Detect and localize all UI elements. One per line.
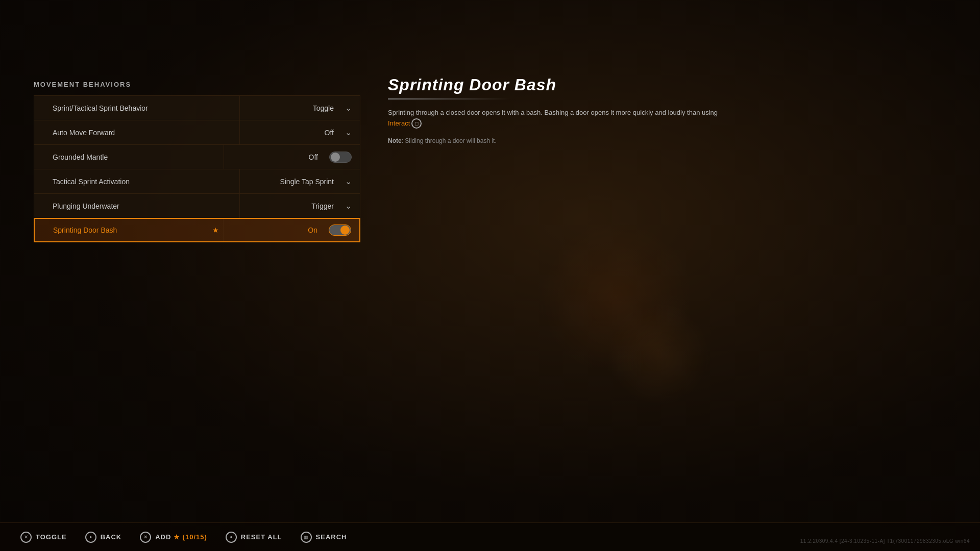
row-right-sprinting-door-bash: On <box>223 219 359 241</box>
description-text-before-link: Sprinting through a closed door opens it… <box>388 109 718 116</box>
x-icon: ✕ <box>20 532 32 543</box>
row-left: Plunging Underwater <box>34 202 239 210</box>
search-btn-label: SEARCH <box>316 533 347 541</box>
detail-note: Note: Sliding through a door will bash i… <box>388 137 725 144</box>
reset-all-btn-label: RESET ALL <box>241 533 282 541</box>
section-title: MOVEMENT BEHAVIORS <box>34 81 360 88</box>
interact-button-icon: ◻ <box>411 118 422 129</box>
bg-spot-2 <box>607 303 709 405</box>
back-btn-label: BACK <box>101 533 122 541</box>
chevron-down-icon: ⌄ <box>345 103 352 113</box>
row-value-sprinting-door-bash: On <box>232 226 324 234</box>
reset-all-button[interactable]: ● RESET ALL <box>226 532 282 543</box>
detail-description: Sprinting through a closed door opens it… <box>388 108 725 129</box>
row-right-auto-move: Off ⌄ <box>239 120 360 144</box>
settings-row-grounded-mantle[interactable]: Grounded Mantle Off <box>34 144 360 169</box>
detail-title: Sprinting Door Bash <box>388 76 725 94</box>
toggle-sprinting-door-bash[interactable] <box>329 224 351 236</box>
row-label-plunging-underwater: Plunging Underwater <box>43 202 239 210</box>
row-value-grounded-mantle: Off <box>232 153 324 161</box>
add-button[interactable]: ✕ ADD ★ (10/15) <box>140 532 207 543</box>
toggle-btn-label: TOGGLE <box>36 533 67 541</box>
bottom-bar: ✕ TOGGLE ● BACK ✕ ADD ★ (10/15) ● RESET … <box>0 522 980 551</box>
chevron-down-icon: ⌄ <box>345 177 352 186</box>
add-btn-label: ADD ★ (10/15) <box>155 533 207 541</box>
row-right-grounded-mantle: Off <box>224 145 360 169</box>
settings-row-sprinting-door-bash[interactable]: Sprinting Door Bash ★ On <box>34 218 360 242</box>
toggle-button[interactable]: ✕ TOGGLE <box>20 532 67 543</box>
row-left: Sprint/Tactical Sprint Behavior <box>34 104 239 112</box>
toggle-grounded-mantle[interactable] <box>329 152 352 163</box>
star-count: ★ (10/15) <box>174 533 207 541</box>
chevron-down-icon: ⌄ <box>345 128 352 137</box>
row-left: Tactical Sprint Activation <box>34 178 239 186</box>
note-text: Sliding through a door will bash it. <box>405 137 496 144</box>
note-label: Note <box>388 137 402 144</box>
row-left: Sprinting Door Bash ★ <box>35 226 223 234</box>
x-icon-add: ✕ <box>140 532 151 543</box>
circle-icon: ● <box>85 532 96 543</box>
settings-row-tactical-sprint[interactable]: Tactical Sprint Activation Single Tap Sp… <box>34 169 360 193</box>
toggle-knob <box>331 153 340 162</box>
row-label-sprint-tactical: Sprint/Tactical Sprint Behavior <box>43 104 239 112</box>
row-right-tactical-sprint: Single Tap Sprint ⌄ <box>239 169 360 193</box>
toggle-knob <box>340 226 350 235</box>
row-label-sprinting-door-bash: Sprinting Door Bash <box>44 226 212 234</box>
settings-list: Sprint/Tactical Sprint Behavior Toggle ⌄… <box>34 95 360 242</box>
settings-row-plunging-underwater[interactable]: Plunging Underwater Trigger ⌄ <box>34 193 360 218</box>
star-icon: ★ <box>212 226 219 234</box>
back-button[interactable]: ● BACK <box>85 532 122 543</box>
settings-panel: MOVEMENT BEHAVIORS Sprint/Tactical Sprin… <box>34 81 360 242</box>
grid-icon: ▦ <box>301 532 312 543</box>
row-right-sprint-tactical: Toggle ⌄ <box>239 96 360 120</box>
row-value-auto-move: Off <box>248 129 340 137</box>
circle-icon-reset: ● <box>226 532 237 543</box>
main-container: BLACK OPS 6 MOVEMENT ADVANCED SETTINGS M… <box>0 0 980 551</box>
row-value-tactical-sprint: Single Tap Sprint <box>248 178 340 186</box>
interact-link: Interact <box>388 119 410 127</box>
search-button[interactable]: ▦ SEARCH <box>301 532 347 543</box>
row-left: Auto Move Forward <box>34 129 239 137</box>
row-label-tactical-sprint: Tactical Sprint Activation <box>43 178 239 186</box>
chevron-down-icon: ⌄ <box>345 201 352 211</box>
row-value-sprint-tactical: Toggle <box>248 104 340 112</box>
row-left: Grounded Mantle <box>34 153 224 161</box>
version-text: 11.2.20309.4.4 [24-3.10235-11-A] T1(7300… <box>800 538 970 544</box>
detail-panel: Sprinting Door Bash Sprinting through a … <box>388 76 725 144</box>
row-right-plunging-underwater: Trigger ⌄ <box>239 194 360 218</box>
settings-row-sprint-tactical[interactable]: Sprint/Tactical Sprint Behavior Toggle ⌄ <box>34 95 360 120</box>
settings-row-auto-move[interactable]: Auto Move Forward Off ⌄ <box>34 120 360 144</box>
detail-title-underline <box>388 98 510 99</box>
row-label-auto-move: Auto Move Forward <box>43 129 239 137</box>
row-label-grounded-mantle: Grounded Mantle <box>43 153 224 161</box>
row-value-plunging-underwater: Trigger <box>248 202 340 210</box>
